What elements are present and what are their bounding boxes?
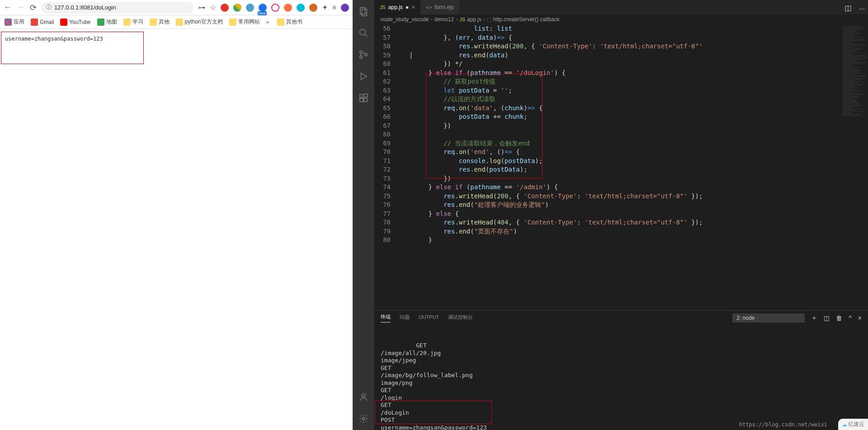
account-icon[interactable] [358,391,369,403]
vscode-main: JS app.js ● × <> form.ejs ⋯ node_study_v… [353,0,868,430]
extensions-icon[interactable]: ✦ [322,3,328,12]
svg-point-5 [360,56,363,59]
ext-icon-1[interactable] [221,4,229,12]
ext-icon-7[interactable] [297,4,305,12]
svg-rect-8 [360,94,363,98]
svg-rect-1 [362,9,367,16]
bottom-panel: 终端 问题 OUTPUT 调试控制台 2: node ＋ ◫ 🗑 ^ × [374,310,868,430]
apps-icon [5,19,12,26]
ext-icon-6[interactable] [284,4,292,12]
bm-study[interactable]: 学习 [123,18,143,26]
gmail-icon [31,19,38,26]
svg-point-2 [360,29,366,35]
bm-youtube-label: YouTube [69,19,90,25]
apps-shortcut[interactable]: 应用 [5,18,24,26]
map-icon [97,19,104,26]
more-actions-icon[interactable]: ⋯ [855,3,868,14]
star-icon[interactable]: ☆ [210,3,216,12]
source-control-icon[interactable] [358,49,369,61]
close-icon[interactable]: × [411,4,415,11]
bookmarks-bar: 应用 Gmail YouTube 地图 学习 其他 python官方文档 常用网… [0,15,353,29]
footer-url: https://blog.csdn.net/weixi [739,421,827,429]
tab-form-ejs[interactable]: <> form.ejs [420,0,459,14]
browser-viewport: username=zhangsan&password=123 [0,29,353,430]
address-bar[interactable]: ⓘ 127.0.0.1:8081/doLogin [42,2,193,14]
bm-youtube[interactable]: YouTube [60,19,90,26]
new-terminal-icon[interactable]: ＋ [811,314,817,322]
ext-icon-4[interactable]: New [259,4,267,12]
bm-gmail[interactable]: Gmail [31,19,54,26]
ext-icon-5[interactable] [271,4,279,12]
bm-map-label: 地图 [106,18,117,26]
terminal-output: GET /image/all/20.jpg image/jpeg GET /im… [381,342,487,430]
tab-problems[interactable]: 问题 [400,314,410,322]
bm-other2[interactable]: 其他书 [277,18,302,26]
bm-common[interactable]: 常用网站 [229,18,260,26]
watermark-icon: ☁ [842,421,847,428]
split-terminal-icon[interactable]: ◫ [824,314,830,322]
url-text: 127.0.0.1:8081/doLogin [54,4,116,11]
svg-rect-9 [360,98,363,102]
watermark: ☁ 亿速云 [838,419,868,430]
explorer-icon[interactable] [358,5,369,17]
tab-app-js[interactable]: JS app.js ● × [374,0,420,14]
panel-tabs: 终端 问题 OUTPUT 调试控制台 2: node ＋ ◫ 🗑 ^ × [374,311,868,325]
bm-gmail-label: Gmail [40,19,54,25]
bm-python[interactable]: python官方文档 [176,18,223,26]
info-icon[interactable]: ⓘ [46,4,52,11]
crumb[interactable]: app.js [467,16,481,23]
crumb[interactable]: node_study_vscode [381,16,429,23]
bm-python-label: python官方文档 [185,18,223,26]
kill-terminal-icon[interactable]: 🗑 [836,314,842,322]
ext-icon-8[interactable] [309,4,317,12]
tab-terminal[interactable]: 终端 [381,313,391,322]
bm-map[interactable]: 地图 [97,18,117,26]
ext-icon-2[interactable] [233,4,241,12]
method-icon: ⬚ [487,17,491,23]
toolbar-icons: ⊶ ☆ New ✦ ≡ [198,3,349,12]
folder-icon [176,19,183,26]
search-icon[interactable] [358,27,369,39]
modified-dot-icon: ● [406,4,409,10]
maximize-panel-icon[interactable]: ^ [849,314,852,322]
forward-button: → [16,4,24,12]
run-icon[interactable] [358,70,369,82]
vscode-window: JS app.js ● × <> form.ejs ⋯ node_study_v… [353,0,868,430]
crumb[interactable]: demo12 [434,16,454,23]
ext-icon-3[interactable] [246,4,254,12]
split-editor-icon[interactable] [841,3,855,14]
back-button[interactable]: ← [4,4,12,12]
bm-overflow-icon[interactable]: » [266,19,269,25]
terminal-selector[interactable]: 2: node [732,313,805,322]
bm-other[interactable]: 其他 [150,18,170,26]
avatar-icon[interactable] [341,4,349,12]
js-file-icon: JS [459,17,465,22]
tab-output[interactable]: OUTPUT [419,314,439,322]
tab-label: form.ejs [434,4,454,10]
key-icon[interactable]: ⊶ [198,3,205,12]
watermark-text: 亿速云 [848,421,864,428]
svg-line-3 [365,34,368,37]
extensions-icon[interactable] [358,92,369,104]
bm-apps-label: 应用 [14,18,24,26]
close-panel-icon[interactable]: × [858,314,862,322]
bm-study-label: 学习 [132,18,143,26]
bm-other2-label: 其他书 [286,18,302,26]
folder-icon [277,19,284,26]
editor-area: JS app.js ● × <> form.ejs ⋯ node_study_v… [374,0,868,430]
youtube-icon [60,19,67,26]
code-editor[interactable]: 56 57 58 59 60 61 62 63 64 65 66 67 68 6… [374,24,868,310]
reading-list-icon[interactable]: ≡ [332,4,336,12]
js-file-icon: JS [380,5,386,10]
reload-button[interactable]: ⟳ [29,4,37,12]
crumb[interactable]: http.createServer() callback [493,16,560,23]
breadcrumbs[interactable]: node_study_vscode› demo12› JS app.js› ⬚ … [374,14,868,24]
terminal-content[interactable]: GET /image/all/20.jpg image/jpeg GET /im… [374,325,868,430]
settings-icon[interactable] [358,413,369,425]
tab-debug-console[interactable]: 调试控制台 [448,314,473,322]
response-box: username=zhangsan&password=123 [1,32,144,64]
code-content[interactable]: list: list }, (err, data)=> { res.writeH… [398,24,841,310]
line-numbers: 56 57 58 59 60 61 62 63 64 65 66 67 68 6… [374,24,398,310]
minimap[interactable] [841,24,868,310]
folder-icon [150,19,157,26]
